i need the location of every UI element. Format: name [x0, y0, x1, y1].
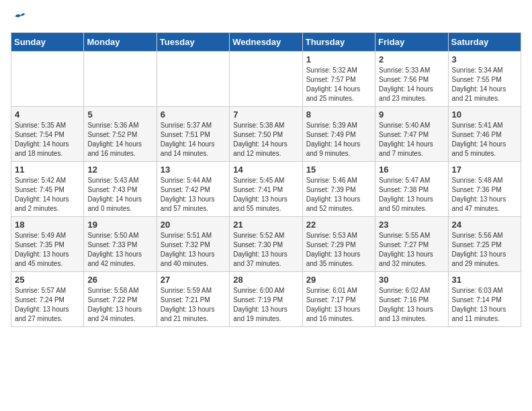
- calendar-cell: 21Sunrise: 5:52 AM Sunset: 7:30 PM Dayli…: [230, 217, 302, 272]
- calendar-cell: 31Sunrise: 6:03 AM Sunset: 7:14 PM Dayli…: [448, 272, 521, 327]
- day-info: Sunrise: 5:43 AM Sunset: 7:43 PM Dayligh…: [87, 176, 152, 214]
- day-number: 2: [379, 54, 444, 64]
- day-info: Sunrise: 5:51 AM Sunset: 7:32 PM Dayligh…: [161, 231, 226, 269]
- day-number: 23: [379, 220, 444, 230]
- day-number: 19: [87, 220, 152, 230]
- weekday-tuesday: Tuesday: [157, 33, 229, 52]
- weekday-header-row: SundayMondayTuesdayWednesdayThursdayFrid…: [11, 33, 521, 52]
- calendar-cell: 3Sunrise: 5:34 AM Sunset: 7:55 PM Daylig…: [448, 52, 521, 107]
- day-number: 4: [15, 109, 80, 120]
- calendar-cell: 30Sunrise: 6:02 AM Sunset: 7:16 PM Dayli…: [375, 272, 448, 327]
- calendar-cell: 27Sunrise: 5:59 AM Sunset: 7:21 PM Dayli…: [157, 272, 229, 327]
- day-info: Sunrise: 5:47 AM Sunset: 7:38 PM Dayligh…: [379, 176, 444, 214]
- weekday-friday: Friday: [375, 33, 448, 52]
- weekday-thursday: Thursday: [302, 33, 375, 52]
- calendar-cell: 2Sunrise: 5:33 AM Sunset: 7:56 PM Daylig…: [375, 52, 448, 107]
- logo-bird-icon: [13, 11, 26, 24]
- day-info: Sunrise: 5:35 AM Sunset: 7:54 PM Dayligh…: [15, 121, 80, 158]
- day-info: Sunrise: 5:44 AM Sunset: 7:42 PM Dayligh…: [161, 176, 226, 214]
- day-number: 10: [452, 109, 517, 120]
- day-number: 5: [87, 109, 152, 120]
- weekday-sunday: Sunday: [11, 33, 84, 52]
- day-info: Sunrise: 5:34 AM Sunset: 7:55 PM Dayligh…: [452, 66, 517, 103]
- calendar-cell: 18Sunrise: 5:49 AM Sunset: 7:35 PM Dayli…: [11, 217, 84, 272]
- day-number: 6: [161, 109, 226, 120]
- day-number: 21: [233, 220, 298, 230]
- calendar-cell: 9Sunrise: 5:40 AM Sunset: 7:47 PM Daylig…: [375, 107, 448, 162]
- day-info: Sunrise: 5:59 AM Sunset: 7:21 PM Dayligh…: [161, 286, 226, 324]
- day-info: Sunrise: 6:03 AM Sunset: 7:14 PM Dayligh…: [452, 286, 517, 324]
- day-info: Sunrise: 5:40 AM Sunset: 7:47 PM Dayligh…: [379, 121, 444, 158]
- calendar-cell: 10Sunrise: 5:41 AM Sunset: 7:46 PM Dayli…: [448, 107, 521, 162]
- day-number: 12: [87, 165, 152, 175]
- day-number: 28: [233, 275, 298, 285]
- calendar-week-2: 4Sunrise: 5:35 AM Sunset: 7:54 PM Daylig…: [11, 107, 521, 162]
- day-info: Sunrise: 6:02 AM Sunset: 7:16 PM Dayligh…: [379, 286, 444, 324]
- day-info: Sunrise: 5:53 AM Sunset: 7:29 PM Dayligh…: [306, 231, 371, 269]
- day-number: 18: [15, 220, 80, 230]
- day-number: 31: [452, 275, 517, 285]
- calendar-week-4: 18Sunrise: 5:49 AM Sunset: 7:35 PM Dayli…: [11, 217, 521, 272]
- day-info: Sunrise: 5:37 AM Sunset: 7:51 PM Dayligh…: [161, 121, 226, 158]
- weekday-wednesday: Wednesday: [230, 33, 302, 52]
- day-info: Sunrise: 5:58 AM Sunset: 7:22 PM Dayligh…: [87, 286, 152, 324]
- day-info: Sunrise: 5:36 AM Sunset: 7:52 PM Dayligh…: [87, 121, 152, 158]
- day-number: 27: [161, 275, 226, 285]
- calendar-cell: 22Sunrise: 5:53 AM Sunset: 7:29 PM Dayli…: [302, 217, 375, 272]
- calendar-cell: 12Sunrise: 5:43 AM Sunset: 7:43 PM Dayli…: [84, 162, 157, 217]
- calendar-cell: 23Sunrise: 5:55 AM Sunset: 7:27 PM Dayli…: [375, 217, 448, 272]
- day-number: 7: [233, 109, 298, 120]
- calendar-cell: 25Sunrise: 5:57 AM Sunset: 7:24 PM Dayli…: [11, 272, 84, 327]
- calendar-cell: 17Sunrise: 5:48 AM Sunset: 7:36 PM Dayli…: [448, 162, 521, 217]
- day-info: Sunrise: 5:55 AM Sunset: 7:27 PM Dayligh…: [379, 231, 444, 269]
- day-info: Sunrise: 5:52 AM Sunset: 7:30 PM Dayligh…: [233, 231, 298, 269]
- weekday-saturday: Saturday: [448, 33, 521, 52]
- calendar-cell: 20Sunrise: 5:51 AM Sunset: 7:32 PM Dayli…: [157, 217, 229, 272]
- calendar-cell: 13Sunrise: 5:44 AM Sunset: 7:42 PM Dayli…: [157, 162, 229, 217]
- calendar-cell: [84, 52, 157, 107]
- weekday-monday: Monday: [84, 33, 157, 52]
- calendar-table: SundayMondayTuesdayWednesdayThursdayFrid…: [11, 32, 521, 327]
- day-info: Sunrise: 5:57 AM Sunset: 7:24 PM Dayligh…: [15, 286, 80, 324]
- day-number: 9: [379, 109, 444, 120]
- day-info: Sunrise: 5:46 AM Sunset: 7:39 PM Dayligh…: [306, 176, 371, 214]
- day-info: Sunrise: 5:33 AM Sunset: 7:56 PM Dayligh…: [379, 66, 444, 103]
- calendar-week-1: 1Sunrise: 5:32 AM Sunset: 7:57 PM Daylig…: [11, 52, 521, 107]
- day-info: Sunrise: 6:01 AM Sunset: 7:17 PM Dayligh…: [306, 286, 371, 324]
- calendar-cell: [11, 52, 84, 107]
- calendar-cell: 7Sunrise: 5:38 AM Sunset: 7:50 PM Daylig…: [230, 107, 302, 162]
- day-info: Sunrise: 5:45 AM Sunset: 7:41 PM Dayligh…: [233, 176, 298, 214]
- day-number: 25: [15, 275, 80, 285]
- calendar-cell: 26Sunrise: 5:58 AM Sunset: 7:22 PM Dayli…: [84, 272, 157, 327]
- calendar-cell: 19Sunrise: 5:50 AM Sunset: 7:33 PM Dayli…: [84, 217, 157, 272]
- calendar-cell: 15Sunrise: 5:46 AM Sunset: 7:39 PM Dayli…: [302, 162, 375, 217]
- day-number: 26: [87, 275, 152, 285]
- day-info: Sunrise: 5:56 AM Sunset: 7:25 PM Dayligh…: [452, 231, 517, 269]
- logo: [11, 11, 27, 24]
- calendar-week-3: 11Sunrise: 5:42 AM Sunset: 7:45 PM Dayli…: [11, 162, 521, 217]
- day-number: 14: [233, 165, 298, 175]
- calendar-cell: 24Sunrise: 5:56 AM Sunset: 7:25 PM Dayli…: [448, 217, 521, 272]
- day-info: Sunrise: 5:49 AM Sunset: 7:35 PM Dayligh…: [15, 231, 80, 269]
- calendar-cell: [230, 52, 302, 107]
- day-info: Sunrise: 5:50 AM Sunset: 7:33 PM Dayligh…: [87, 231, 152, 269]
- calendar-cell: 29Sunrise: 6:01 AM Sunset: 7:17 PM Dayli…: [302, 272, 375, 327]
- calendar-cell: 6Sunrise: 5:37 AM Sunset: 7:51 PM Daylig…: [157, 107, 229, 162]
- calendar-cell: 16Sunrise: 5:47 AM Sunset: 7:38 PM Dayli…: [375, 162, 448, 217]
- day-info: Sunrise: 5:32 AM Sunset: 7:57 PM Dayligh…: [306, 66, 371, 103]
- day-number: 11: [15, 165, 80, 175]
- day-number: 13: [161, 165, 226, 175]
- day-number: 15: [306, 165, 371, 175]
- day-number: 1: [306, 54, 371, 64]
- day-number: 16: [379, 165, 444, 175]
- day-info: Sunrise: 6:00 AM Sunset: 7:19 PM Dayligh…: [233, 286, 298, 324]
- day-number: 22: [306, 220, 371, 230]
- day-number: 3: [452, 54, 517, 64]
- calendar-cell: 4Sunrise: 5:35 AM Sunset: 7:54 PM Daylig…: [11, 107, 84, 162]
- day-number: 29: [306, 275, 371, 285]
- calendar-cell: 14Sunrise: 5:45 AM Sunset: 7:41 PM Dayli…: [230, 162, 302, 217]
- day-info: Sunrise: 5:48 AM Sunset: 7:36 PM Dayligh…: [452, 176, 517, 214]
- day-number: 30: [379, 275, 444, 285]
- day-number: 24: [452, 220, 517, 230]
- calendar-cell: 11Sunrise: 5:42 AM Sunset: 7:45 PM Dayli…: [11, 162, 84, 217]
